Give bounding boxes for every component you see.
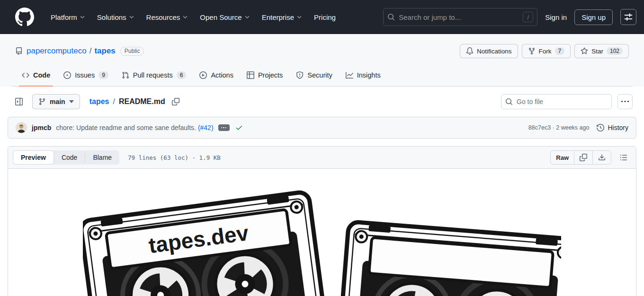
graph-icon (346, 71, 353, 79)
pulls-count: 6 (177, 71, 187, 79)
visibility-badge: Public (120, 47, 144, 56)
table-icon (247, 71, 254, 79)
nav-item-resources[interactable]: Resources (141, 9, 193, 25)
chevron-down-icon (297, 16, 302, 18)
tab-projects[interactable]: Projects (240, 64, 289, 86)
sidebar-panel-icon (15, 98, 23, 105)
readme-cassettes-illustration: tapes.dev (83, 183, 561, 296)
file-viewer-header: Preview Code Blame 79 lines (63 loc) · 1… (8, 147, 636, 169)
chevron-down-icon (80, 16, 85, 18)
breadcrumb-repo-link[interactable]: tapes (89, 97, 109, 106)
avatar[interactable] (16, 122, 27, 133)
sign-in-link[interactable]: Sign in (545, 13, 567, 21)
repo-tabs: Code Issues 9 Pull requests 6 Actions Pr… (11, 64, 633, 87)
fork-count: 7 (555, 47, 565, 55)
search-icon (387, 13, 395, 21)
star-icon (581, 47, 588, 55)
file-nav-row: main tapes / README.md (8, 94, 636, 109)
readme-content: tapes.dev (8, 169, 636, 296)
fork-icon (528, 47, 536, 55)
fork-button[interactable]: Fork 7 (522, 44, 571, 58)
repo-icon (15, 47, 23, 55)
chevron-down-icon (129, 16, 134, 18)
commit-author[interactable]: jpmcb (32, 124, 51, 131)
issue-opened-icon (63, 71, 71, 79)
commit-pr-link[interactable]: (#42) (198, 124, 214, 131)
tab-preview[interactable]: Preview (13, 150, 54, 165)
cassette-right (338, 221, 561, 296)
tab-issues[interactable]: Issues 9 (57, 64, 115, 86)
sliders-icon (624, 13, 633, 21)
repo-title-row: papercomputeco / tapes Public Notificati… (11, 43, 633, 60)
sign-up-button[interactable]: Sign up (574, 9, 613, 25)
outline-button[interactable] (616, 150, 631, 165)
file-nav-right (501, 94, 633, 109)
primary-nav: Platform Solutions Resources Open Source… (45, 9, 341, 25)
menu-sliders-button[interactable] (620, 9, 636, 25)
raw-button-group: Raw (550, 150, 611, 165)
search-icon (505, 98, 513, 105)
repo-owner-link[interactable]: papercomputeco (27, 46, 87, 56)
kebab-horizontal-icon (621, 98, 629, 105)
main-content: main tapes / README.md jpmcb chore: Upda… (0, 87, 644, 296)
download-button[interactable] (592, 151, 611, 164)
tab-pull-requests[interactable]: Pull requests 6 (115, 64, 193, 86)
go-to-file-input[interactable] (517, 98, 608, 105)
shield-icon (296, 71, 304, 79)
search-input[interactable] (399, 13, 519, 21)
chevron-down-icon (183, 16, 188, 18)
latest-commit-bar: jpmcb chore: Update readme and some sane… (8, 117, 636, 139)
tab-code[interactable]: Code (15, 64, 57, 86)
slash-shortcut-badge: / (523, 12, 533, 22)
repo-separator: / (87, 46, 95, 56)
checks-passed-icon[interactable] (235, 124, 243, 131)
nav-item-pricing[interactable]: Pricing (309, 9, 341, 25)
global-search[interactable]: / (383, 8, 537, 26)
commit-sha-time[interactable]: 88c7ec3 · 2 weeks ago (528, 124, 590, 131)
commit-message: chore: Update readme and some sane defau… (56, 124, 213, 131)
bell-icon (466, 47, 474, 55)
breadcrumb: tapes / README.md (89, 97, 179, 106)
tab-actions[interactable]: Actions (193, 64, 240, 86)
triangle-down-icon (69, 100, 74, 103)
code-icon (22, 71, 29, 79)
commit-meta: 88c7ec3 · 2 weeks ago History (528, 124, 628, 131)
repo-action-buttons: Notifications Fork 7 Star 102 (460, 44, 629, 58)
issues-count: 9 (98, 71, 108, 79)
breadcrumb-separator: / (113, 97, 115, 106)
star-button[interactable]: Star 102 (574, 44, 629, 58)
copy-file-button[interactable] (574, 151, 592, 164)
file-stats: 79 lines (63 loc) · 1.9 KB (128, 154, 221, 161)
chevron-down-icon (245, 16, 250, 18)
view-mode-switcher: Preview Code Blame (13, 150, 119, 165)
nav-item-solutions[interactable]: Solutions (92, 9, 139, 25)
copy-path-icon[interactable] (172, 98, 179, 105)
tab-code-view[interactable]: Code (54, 150, 85, 165)
commit-description-expander[interactable] (218, 124, 230, 131)
tab-insights[interactable]: Insights (339, 64, 387, 86)
more-options-button[interactable] (617, 94, 633, 109)
file-viewer: Preview Code Blame 79 lines (63 loc) · 1… (8, 146, 636, 296)
copy-icon (580, 154, 587, 161)
raw-button[interactable]: Raw (551, 151, 574, 164)
branch-selector-button[interactable]: main (32, 94, 80, 109)
branch-icon (38, 98, 46, 105)
nav-item-platform[interactable]: Platform (45, 9, 90, 25)
repo-name-link[interactable]: tapes (94, 46, 115, 56)
tab-blame[interactable]: Blame (85, 150, 119, 165)
list-unordered-icon (620, 154, 627, 161)
github-logo-icon[interactable] (15, 8, 34, 26)
file-actions: Raw (550, 150, 631, 165)
history-link[interactable]: History (597, 124, 628, 131)
pull-request-icon (122, 71, 129, 79)
breadcrumb-file-name: README.md (119, 97, 165, 106)
nav-item-enterprise[interactable]: Enterprise (257, 9, 307, 25)
go-to-file-search[interactable] (501, 94, 612, 109)
cassette-left: tapes.dev (83, 192, 327, 296)
top-navbar: Platform Solutions Resources Open Source… (0, 0, 644, 34)
sidebar-toggle-button[interactable] (11, 94, 27, 109)
notifications-button[interactable]: Notifications (460, 44, 518, 58)
tab-security[interactable]: Security (289, 64, 339, 86)
play-icon (199, 71, 207, 79)
nav-item-open-source[interactable]: Open Source (195, 9, 254, 25)
